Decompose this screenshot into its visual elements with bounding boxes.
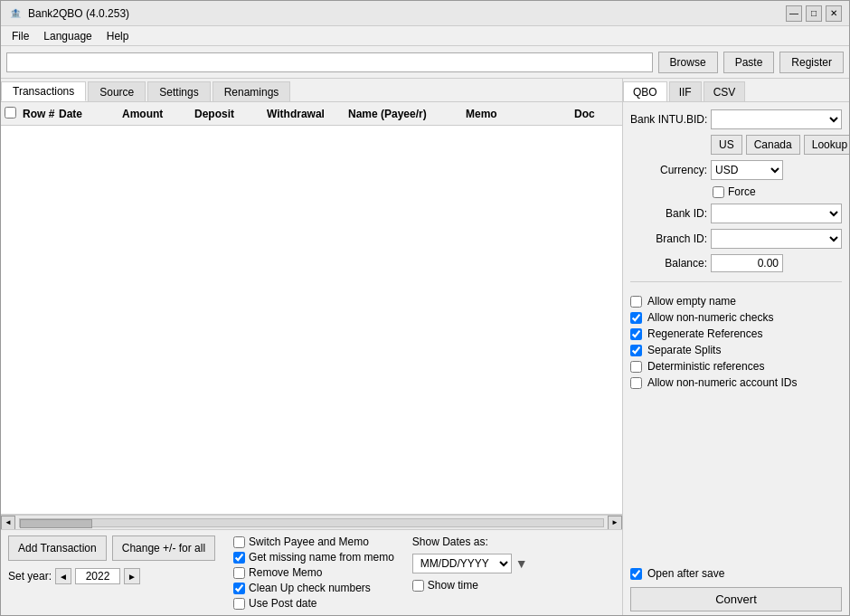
right-tab-qbo[interactable]: QBO (623, 81, 667, 101)
bottom-checkboxes: Switch Payee and Memo Get missing name f… (233, 535, 394, 610)
right-panel: QBO IIF CSV Bank INTU.BID: US Canad (623, 79, 849, 615)
currency-label: Currency: (630, 164, 707, 176)
col-header-name: Name (Payee/r) (348, 108, 466, 120)
right-tabs: QBO IIF CSV (623, 79, 849, 102)
show-time-label: Show time (428, 579, 478, 592)
bank-id-select[interactable] (711, 204, 842, 223)
close-button[interactable]: ✕ (826, 5, 842, 22)
regenerate-checkbox[interactable] (630, 328, 642, 340)
file-path-input[interactable] (6, 52, 653, 72)
register-button[interactable]: Register (779, 52, 844, 73)
allow-empty-label: Allow empty name (647, 295, 736, 308)
browse-button[interactable]: Browse (658, 52, 718, 73)
cb-clean-up: Clean Up check numbers (233, 582, 394, 594)
right-tab-csv[interactable]: CSV (704, 81, 746, 101)
year-next-button[interactable]: ► (124, 568, 140, 584)
menu-file[interactable]: File (5, 28, 36, 44)
show-dates-label: Show Dates as: (412, 535, 528, 548)
scroll-right-arrow[interactable]: ► (608, 516, 622, 530)
bank-id-row: Bank ID: (630, 204, 842, 223)
menu-help[interactable]: Help (99, 28, 137, 44)
balance-input[interactable] (711, 254, 783, 272)
show-time-checkbox[interactable] (412, 580, 424, 592)
canada-button[interactable]: Canada (746, 135, 800, 155)
force-checkbox[interactable] (713, 186, 724, 198)
deterministic-checkbox[interactable] (630, 361, 642, 373)
regenerate-label: Regenerate References (647, 327, 762, 340)
scroll-thumb[interactable] (20, 519, 92, 528)
allow-non-numeric-checkbox[interactable] (630, 312, 642, 324)
deterministic-label: Deterministic references (647, 360, 764, 373)
bank-intu-select[interactable] (711, 109, 842, 129)
balance-row: Balance: (630, 254, 842, 272)
branch-id-select[interactable] (711, 229, 842, 249)
set-year-label: Set year: (8, 570, 52, 583)
scroll-left-arrow[interactable]: ◄ (1, 516, 15, 530)
dates-col: Show Dates as: MM/DD/YYYY DD/MM/YYYY YYY… (412, 535, 528, 592)
change-button[interactable]: Change +/- for all (112, 535, 215, 561)
scroll-track[interactable] (19, 518, 604, 527)
separate-splits-checkbox[interactable] (630, 345, 642, 356)
allow-non-numeric-label: Allow non-numeric checks (647, 311, 773, 324)
left-panel: Transactions Source Settings Renamings R… (1, 79, 623, 615)
bottom-panel: Add Transaction Change +/- for all Set y… (1, 529, 622, 615)
left-tabs: Transactions Source Settings Renamings (1, 79, 622, 102)
cb-allow-non-numeric-ids: Allow non-numeric account IDs (630, 376, 842, 389)
window-controls: — □ ✕ (786, 5, 842, 22)
open-after-save-row: Open after save (623, 564, 849, 583)
tab-transactions[interactable]: Transactions (1, 81, 86, 101)
switch-payee-checkbox[interactable] (233, 536, 245, 548)
clean-up-checkbox[interactable] (233, 583, 245, 594)
tab-source[interactable]: Source (88, 81, 146, 101)
cb-remove-memo: Remove Memo (233, 566, 394, 579)
cb-deterministic: Deterministic references (630, 360, 842, 373)
allow-empty-checkbox[interactable] (630, 296, 642, 308)
add-transaction-button[interactable]: Add Transaction (8, 535, 107, 561)
branch-id-row: Branch ID: (630, 229, 842, 249)
convert-button[interactable]: Convert (630, 587, 842, 611)
col-header-amount: Amount (122, 108, 194, 120)
remove-memo-checkbox[interactable] (233, 567, 245, 579)
right-tab-iif[interactable]: IIF (669, 81, 702, 101)
date-format-select[interactable]: MM/DD/YYYY DD/MM/YYYY YYYY/MM/DD (412, 554, 512, 573)
col-header-deposit: Deposit (194, 108, 267, 120)
cb-allow-non-numeric: Allow non-numeric checks (630, 311, 842, 324)
right-checkboxes: Allow empty name Allow non-numeric check… (630, 291, 842, 393)
menu-language[interactable]: Language (36, 28, 99, 44)
cb-get-missing: Get missing name from memo (233, 551, 394, 564)
horizontal-scrollbar[interactable]: ◄ ► (1, 515, 622, 529)
select-all-checkbox[interactable] (5, 107, 16, 118)
allow-non-numeric-ids-checkbox[interactable] (630, 377, 642, 389)
title-bar: 🏦 Bank2QBO (4.0.253) — □ ✕ (1, 1, 849, 26)
col-header-doc: Doc (574, 108, 610, 120)
maximize-button[interactable]: □ (806, 5, 822, 22)
get-missing-checkbox[interactable] (233, 552, 245, 564)
minimize-button[interactable]: — (786, 5, 802, 22)
currency-select[interactable]: USD CAD GBP EUR (711, 160, 783, 180)
open-after-save-checkbox[interactable] (630, 568, 642, 580)
lookup-button[interactable]: Lookup (804, 135, 849, 155)
bottom-row1: Add Transaction Change +/- for all Set y… (8, 535, 615, 610)
cb-allow-empty: Allow empty name (630, 295, 842, 308)
year-prev-button[interactable]: ◄ (55, 568, 71, 584)
window-title: Bank2QBO (4.0.253) (28, 7, 786, 20)
use-post-checkbox[interactable] (233, 598, 245, 610)
bank-intu-label: Bank INTU.BID: (630, 113, 707, 126)
menu-bar: File Language Help (1, 26, 849, 46)
tab-renamings[interactable]: Renamings (212, 81, 291, 101)
use-post-label: Use Post date (249, 597, 316, 610)
us-button[interactable]: US (711, 135, 742, 155)
clean-up-label: Clean Up check numbers (249, 582, 371, 594)
col-header-row: Row # (23, 108, 59, 120)
show-time-row: Show time (412, 579, 528, 592)
cb-separate-splits: Separate Splits (630, 344, 842, 356)
force-row: Force (634, 185, 842, 198)
tab-settings[interactable]: Settings (147, 81, 210, 101)
bank-id-label: Bank ID: (630, 207, 707, 220)
paste-button[interactable]: Paste (723, 52, 775, 73)
bank-intu-row: Bank INTU.BID: (630, 109, 842, 129)
separator-1 (630, 281, 842, 282)
table-header: Row # Date Amount Deposit Withdrawal Nam… (1, 102, 622, 126)
app-icon: 🏦 (8, 6, 23, 21)
open-after-save-label: Open after save (647, 567, 724, 580)
